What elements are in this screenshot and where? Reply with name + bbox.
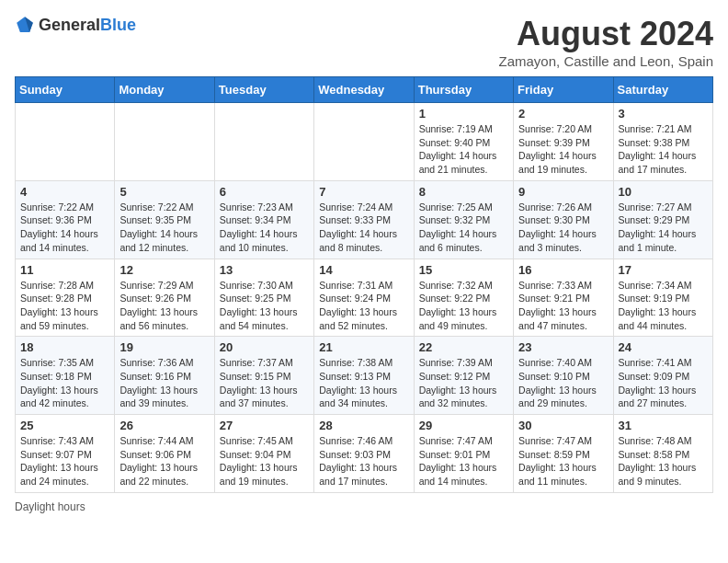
day-info: Sunrise: 7:19 AM Sunset: 9:40 PM Dayligh… <box>419 122 508 177</box>
day-info: Sunrise: 7:28 AM Sunset: 9:28 PM Dayligh… <box>20 279 109 333</box>
calendar-cell: 13Sunrise: 7:30 AM Sunset: 9:25 PM Dayli… <box>214 259 313 337</box>
day-info: Sunrise: 7:29 AM Sunset: 9:26 PM Dayligh… <box>119 279 209 333</box>
calendar-cell: 8Sunrise: 7:25 AM Sunset: 9:32 PM Daylig… <box>414 180 513 259</box>
week-row-4: 18Sunrise: 7:35 AM Sunset: 9:18 PM Dayli… <box>16 337 713 415</box>
title-section: August 2024 Zamayon, Castille and Leon, … <box>499 15 713 69</box>
col-header-tuesday: Tuesday <box>214 77 313 103</box>
calendar-cell: 24Sunrise: 7:41 AM Sunset: 9:09 PM Dayli… <box>613 337 712 415</box>
calendar-cell <box>214 103 313 181</box>
day-info: Sunrise: 7:25 AM Sunset: 9:32 PM Dayligh… <box>419 201 508 255</box>
day-info: Sunrise: 7:41 AM Sunset: 9:09 PM Dayligh… <box>619 356 708 410</box>
day-number: 3 <box>619 107 708 121</box>
day-info: Sunrise: 7:32 AM Sunset: 9:22 PM Dayligh… <box>419 279 508 333</box>
calendar-cell <box>16 103 115 181</box>
col-header-thursday: Thursday <box>414 77 513 103</box>
day-number: 10 <box>619 185 708 199</box>
calendar-cell: 23Sunrise: 7:40 AM Sunset: 9:10 PM Dayli… <box>514 337 613 415</box>
calendar-cell: 18Sunrise: 7:35 AM Sunset: 9:18 PM Dayli… <box>16 337 115 415</box>
day-info: Sunrise: 7:47 AM Sunset: 9:01 PM Dayligh… <box>419 434 508 488</box>
calendar-cell: 28Sunrise: 7:46 AM Sunset: 9:03 PM Dayli… <box>314 415 414 493</box>
day-info: Sunrise: 7:45 AM Sunset: 9:04 PM Dayligh… <box>220 434 309 488</box>
day-info: Sunrise: 7:24 AM Sunset: 9:33 PM Dayligh… <box>319 201 408 255</box>
col-header-wednesday: Wednesday <box>314 77 414 103</box>
day-number: 18 <box>20 340 109 354</box>
calendar-cell: 19Sunrise: 7:36 AM Sunset: 9:16 PM Dayli… <box>115 337 214 415</box>
day-info: Sunrise: 7:40 AM Sunset: 9:10 PM Dayligh… <box>518 356 608 410</box>
day-number: 25 <box>20 419 109 432</box>
footer-note: Daylight hours <box>15 500 713 513</box>
day-number: 20 <box>220 340 309 354</box>
calendar-cell: 1Sunrise: 7:19 AM Sunset: 9:40 PM Daylig… <box>414 103 513 181</box>
day-info: Sunrise: 7:27 AM Sunset: 9:29 PM Dayligh… <box>619 201 708 255</box>
day-info: Sunrise: 7:20 AM Sunset: 9:39 PM Dayligh… <box>518 122 608 177</box>
day-number: 1 <box>419 107 508 121</box>
col-header-saturday: Saturday <box>613 77 712 103</box>
day-info: Sunrise: 7:23 AM Sunset: 9:34 PM Dayligh… <box>220 201 309 255</box>
day-info: Sunrise: 7:22 AM Sunset: 9:36 PM Dayligh… <box>20 201 109 255</box>
calendar-cell: 25Sunrise: 7:43 AM Sunset: 9:07 PM Dayli… <box>16 415 115 493</box>
calendar-cell: 7Sunrise: 7:24 AM Sunset: 9:33 PM Daylig… <box>314 180 414 259</box>
day-number: 28 <box>319 419 408 432</box>
day-number: 17 <box>619 263 708 277</box>
day-number: 16 <box>518 263 608 277</box>
week-row-2: 4Sunrise: 7:22 AM Sunset: 9:36 PM Daylig… <box>16 180 713 259</box>
day-info: Sunrise: 7:43 AM Sunset: 9:07 PM Dayligh… <box>20 434 109 488</box>
calendar-cell: 16Sunrise: 7:33 AM Sunset: 9:21 PM Dayli… <box>514 259 613 337</box>
calendar-cell <box>115 103 214 181</box>
calendar-cell: 11Sunrise: 7:28 AM Sunset: 9:28 PM Dayli… <box>16 259 115 337</box>
page-header: GeneralBlue August 2024 Zamayon, Castill… <box>15 15 713 69</box>
calendar-cell: 9Sunrise: 7:26 AM Sunset: 9:30 PM Daylig… <box>514 180 613 259</box>
calendar-cell: 22Sunrise: 7:39 AM Sunset: 9:12 PM Dayli… <box>414 337 513 415</box>
logo-text-general: General <box>39 16 100 34</box>
week-row-3: 11Sunrise: 7:28 AM Sunset: 9:28 PM Dayli… <box>16 259 713 337</box>
day-info: Sunrise: 7:31 AM Sunset: 9:24 PM Dayligh… <box>319 279 408 333</box>
day-info: Sunrise: 7:38 AM Sunset: 9:13 PM Dayligh… <box>319 356 408 410</box>
day-info: Sunrise: 7:44 AM Sunset: 9:06 PM Dayligh… <box>119 434 209 488</box>
calendar-cell: 3Sunrise: 7:21 AM Sunset: 9:38 PM Daylig… <box>613 103 712 181</box>
day-number: 2 <box>518 107 608 121</box>
day-number: 4 <box>20 185 109 199</box>
calendar-table: SundayMondayTuesdayWednesdayThursdayFrid… <box>15 76 713 493</box>
calendar-cell: 4Sunrise: 7:22 AM Sunset: 9:36 PM Daylig… <box>16 180 115 259</box>
day-number: 24 <box>619 340 708 354</box>
day-number: 9 <box>518 185 608 199</box>
calendar-cell: 31Sunrise: 7:48 AM Sunset: 8:58 PM Dayli… <box>613 415 712 493</box>
logo: GeneralBlue <box>15 15 136 35</box>
calendar-header-row: SundayMondayTuesdayWednesdayThursdayFrid… <box>16 77 713 103</box>
day-number: 31 <box>619 419 708 432</box>
col-header-friday: Friday <box>514 77 613 103</box>
day-number: 26 <box>119 419 209 432</box>
calendar-cell: 15Sunrise: 7:32 AM Sunset: 9:22 PM Dayli… <box>414 259 513 337</box>
calendar-cell: 27Sunrise: 7:45 AM Sunset: 9:04 PM Dayli… <box>214 415 313 493</box>
calendar-cell: 26Sunrise: 7:44 AM Sunset: 9:06 PM Dayli… <box>115 415 214 493</box>
day-number: 21 <box>319 340 408 354</box>
logo-icon <box>15 15 35 35</box>
day-info: Sunrise: 7:46 AM Sunset: 9:03 PM Dayligh… <box>319 434 408 488</box>
day-info: Sunrise: 7:34 AM Sunset: 9:19 PM Dayligh… <box>619 279 708 333</box>
week-row-5: 25Sunrise: 7:43 AM Sunset: 9:07 PM Dayli… <box>16 415 713 493</box>
logo-text-blue: Blue <box>100 16 136 34</box>
calendar-cell: 2Sunrise: 7:20 AM Sunset: 9:39 PM Daylig… <box>514 103 613 181</box>
day-number: 23 <box>518 340 608 354</box>
calendar-cell: 6Sunrise: 7:23 AM Sunset: 9:34 PM Daylig… <box>214 180 313 259</box>
day-number: 13 <box>220 263 309 277</box>
col-header-sunday: Sunday <box>16 77 115 103</box>
day-info: Sunrise: 7:47 AM Sunset: 8:59 PM Dayligh… <box>518 434 608 488</box>
calendar-cell: 30Sunrise: 7:47 AM Sunset: 8:59 PM Dayli… <box>514 415 613 493</box>
month-title: August 2024 <box>499 15 713 53</box>
week-row-1: 1Sunrise: 7:19 AM Sunset: 9:40 PM Daylig… <box>16 103 713 181</box>
day-number: 14 <box>319 263 408 277</box>
col-header-monday: Monday <box>115 77 214 103</box>
calendar-cell: 12Sunrise: 7:29 AM Sunset: 9:26 PM Dayli… <box>115 259 214 337</box>
day-info: Sunrise: 7:48 AM Sunset: 8:58 PM Dayligh… <box>619 434 708 488</box>
day-number: 5 <box>119 185 209 199</box>
calendar-cell <box>314 103 414 181</box>
calendar-cell: 17Sunrise: 7:34 AM Sunset: 9:19 PM Dayli… <box>613 259 712 337</box>
day-number: 30 <box>518 419 608 432</box>
calendar-cell: 14Sunrise: 7:31 AM Sunset: 9:24 PM Dayli… <box>314 259 414 337</box>
day-number: 19 <box>119 340 209 354</box>
day-number: 7 <box>319 185 408 199</box>
day-info: Sunrise: 7:30 AM Sunset: 9:25 PM Dayligh… <box>220 279 309 333</box>
day-number: 12 <box>119 263 209 277</box>
day-info: Sunrise: 7:21 AM Sunset: 9:38 PM Dayligh… <box>619 122 708 177</box>
